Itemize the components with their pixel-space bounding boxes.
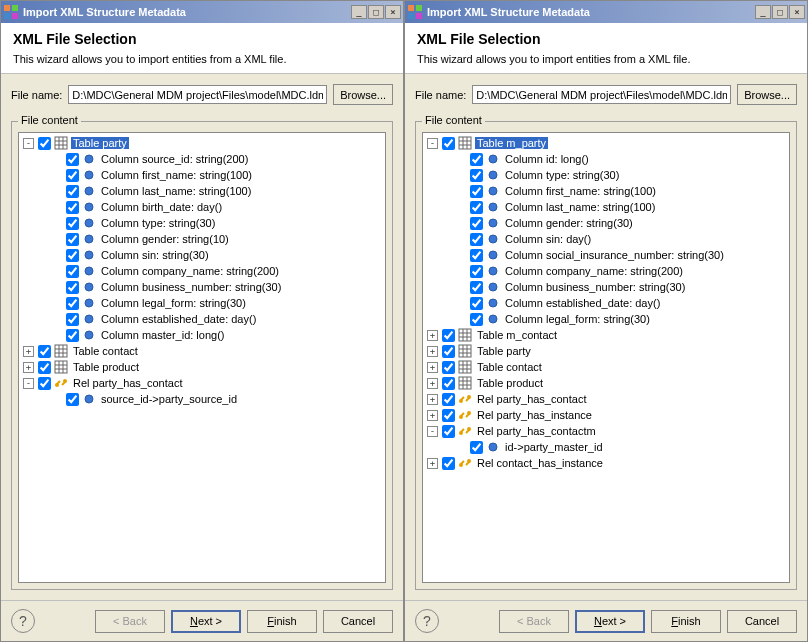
tree-checkbox[interactable] xyxy=(66,249,79,262)
tree-checkbox[interactable] xyxy=(442,361,455,374)
tree-node-root[interactable]: -Table party xyxy=(21,135,383,151)
browse-button[interactable]: Browse... xyxy=(333,84,393,105)
close-button[interactable]: × xyxy=(789,5,805,19)
tree-checkbox[interactable] xyxy=(442,409,455,422)
tree-node-tbl[interactable]: +Table m_contact xyxy=(425,327,787,343)
tree-checkbox[interactable] xyxy=(470,153,483,166)
tree-view[interactable]: -Table m_partyColumn id: long()Column ty… xyxy=(422,132,790,583)
tree-checkbox[interactable] xyxy=(470,297,483,310)
tree-checkbox[interactable] xyxy=(66,313,79,326)
tree-toggle[interactable]: + xyxy=(23,346,34,357)
tree-checkbox[interactable] xyxy=(66,233,79,246)
tree-node-column[interactable]: Column established_date: day() xyxy=(21,311,383,327)
tree-toggle[interactable]: + xyxy=(427,394,438,405)
tree-node-column[interactable]: Column first_name: string(100) xyxy=(21,167,383,183)
tree-node-column[interactable]: Column business_number: string(30) xyxy=(21,279,383,295)
tree-node-column[interactable]: Column source_id: string(200) xyxy=(21,151,383,167)
tree-toggle[interactable]: + xyxy=(427,378,438,389)
tree-node-column[interactable]: Column birth_date: day() xyxy=(21,199,383,215)
tree-node-column[interactable]: Column company_name: string(200) xyxy=(425,263,787,279)
tree-checkbox[interactable] xyxy=(470,233,483,246)
file-input[interactable] xyxy=(472,85,731,104)
tree-node-column[interactable]: Column legal_form: string(30) xyxy=(21,295,383,311)
cancel-button[interactable]: Cancel xyxy=(323,610,393,633)
tree-toggle[interactable]: + xyxy=(427,458,438,469)
help-button[interactable]: ? xyxy=(11,609,35,633)
maximize-button[interactable]: □ xyxy=(772,5,788,19)
tree-checkbox[interactable] xyxy=(470,185,483,198)
tree-node-relchild[interactable]: source_id->party_source_id xyxy=(21,391,383,407)
tree-checkbox[interactable] xyxy=(470,217,483,230)
tree-toggle[interactable]: + xyxy=(427,410,438,421)
tree-node-column[interactable]: Column social_insurance_number: string(3… xyxy=(425,247,787,263)
tree-checkbox[interactable] xyxy=(470,281,483,294)
tree-checkbox[interactable] xyxy=(470,249,483,262)
tree-node-tbl[interactable]: +Table product xyxy=(425,375,787,391)
tree-node-rel[interactable]: +Rel party_has_contact xyxy=(425,391,787,407)
tree-node-column[interactable]: Column master_id: long() xyxy=(21,327,383,343)
tree-checkbox[interactable] xyxy=(38,377,51,390)
next-button[interactable]: Next > xyxy=(575,610,645,633)
tree-checkbox[interactable] xyxy=(66,393,79,406)
tree-node-column[interactable]: Column last_name: string(100) xyxy=(21,183,383,199)
tree-checkbox[interactable] xyxy=(442,425,455,438)
tree-toggle[interactable]: - xyxy=(427,426,438,437)
finish-button[interactable]: Finish xyxy=(651,610,721,633)
tree-checkbox[interactable] xyxy=(66,217,79,230)
tree-toggle[interactable]: - xyxy=(23,138,34,149)
browse-button[interactable]: Browse... xyxy=(737,84,797,105)
tree-checkbox[interactable] xyxy=(66,153,79,166)
tree-node-column[interactable]: Column last_name: string(100) xyxy=(425,199,787,215)
tree-node-relchild[interactable]: id->party_master_id xyxy=(425,439,787,455)
tree-node-column[interactable]: Column first_name: string(100) xyxy=(425,183,787,199)
tree-checkbox[interactable] xyxy=(38,345,51,358)
tree-node-column[interactable]: Column type: string(30) xyxy=(425,167,787,183)
tree-toggle[interactable]: - xyxy=(427,138,438,149)
tree-node-column[interactable]: Column gender: string(10) xyxy=(21,231,383,247)
tree-checkbox[interactable] xyxy=(66,201,79,214)
maximize-button[interactable]: □ xyxy=(368,5,384,19)
tree-toggle[interactable]: + xyxy=(427,362,438,373)
tree-checkbox[interactable] xyxy=(442,329,455,342)
minimize-button[interactable]: _ xyxy=(351,5,367,19)
tree-node-column[interactable]: Column legal_form: string(30) xyxy=(425,311,787,327)
tree-node-column[interactable]: Column company_name: string(200) xyxy=(21,263,383,279)
next-button[interactable]: Next > xyxy=(171,610,241,633)
tree-checkbox[interactable] xyxy=(470,265,483,278)
tree-toggle[interactable]: + xyxy=(427,330,438,341)
help-button[interactable]: ? xyxy=(415,609,439,633)
tree-node-tbl[interactable]: +Table party xyxy=(425,343,787,359)
tree-checkbox[interactable] xyxy=(38,137,51,150)
tree-view[interactable]: -Table partyColumn source_id: string(200… xyxy=(18,132,386,583)
tree-checkbox[interactable] xyxy=(442,137,455,150)
tree-checkbox[interactable] xyxy=(442,345,455,358)
tree-checkbox[interactable] xyxy=(66,169,79,182)
tree-toggle[interactable]: - xyxy=(23,378,34,389)
tree-checkbox[interactable] xyxy=(470,201,483,214)
tree-node-column[interactable]: Column sin: day() xyxy=(425,231,787,247)
tree-toggle[interactable]: + xyxy=(23,362,34,373)
tree-checkbox[interactable] xyxy=(470,313,483,326)
tree-node-column[interactable]: Column type: string(30) xyxy=(21,215,383,231)
tree-node-rel[interactable]: +Rel party_has_instance xyxy=(425,407,787,423)
tree-node-column[interactable]: Column business_number: string(30) xyxy=(425,279,787,295)
tree-node-tbl[interactable]: +Table product xyxy=(21,359,383,375)
tree-checkbox[interactable] xyxy=(66,265,79,278)
tree-node-tbl[interactable]: +Table contact xyxy=(21,343,383,359)
finish-button[interactable]: Finish xyxy=(247,610,317,633)
tree-toggle[interactable]: + xyxy=(427,346,438,357)
tree-node-column[interactable]: Column sin: string(30) xyxy=(21,247,383,263)
tree-checkbox[interactable] xyxy=(470,441,483,454)
tree-checkbox[interactable] xyxy=(66,281,79,294)
tree-checkbox[interactable] xyxy=(442,457,455,470)
tree-checkbox[interactable] xyxy=(66,329,79,342)
tree-checkbox[interactable] xyxy=(442,393,455,406)
tree-checkbox[interactable] xyxy=(442,377,455,390)
tree-checkbox[interactable] xyxy=(66,185,79,198)
tree-node-column[interactable]: Column established_date: day() xyxy=(425,295,787,311)
tree-checkbox[interactable] xyxy=(470,169,483,182)
tree-node-column[interactable]: Column gender: string(30) xyxy=(425,215,787,231)
tree-checkbox[interactable] xyxy=(38,361,51,374)
cancel-button[interactable]: Cancel xyxy=(727,610,797,633)
file-input[interactable] xyxy=(68,85,327,104)
